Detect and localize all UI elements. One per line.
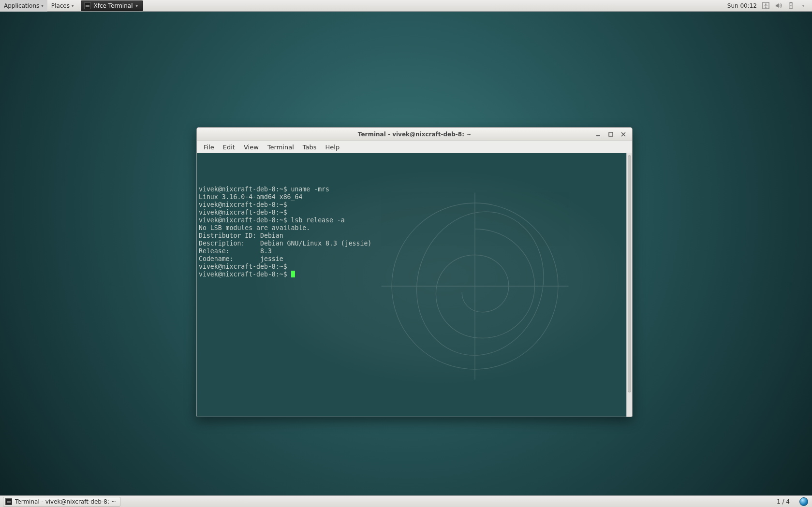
applications-menu[interactable]: Applications ▾ xyxy=(0,0,47,12)
terminal-line: vivek@nixcraft-deb-8:~$ xyxy=(199,263,624,271)
show-desktop-button[interactable] xyxy=(799,497,808,506)
svg-point-1 xyxy=(765,3,767,5)
battery-icon[interactable] xyxy=(787,2,795,10)
terminal-output[interactable]: vivek@nixcraft-deb-8:~$ uname -mrsLinux … xyxy=(197,153,626,417)
shutdown-menu-icon[interactable]: ▾ xyxy=(799,2,807,10)
chevron-down-icon: ▾ xyxy=(72,3,74,8)
menu-file[interactable]: File xyxy=(200,143,218,152)
terminal-line: vivek@nixcraft-deb-8:~$ lsb_release -a xyxy=(199,217,624,224)
active-app-menu[interactable]: Xfce Terminal ▾ xyxy=(81,0,143,11)
terminal-line: vivek@nixcraft-deb-8:~$ uname -mrs xyxy=(199,186,624,193)
bottom-panel: Terminal - vivek@nixcraft-deb-8: ~ 1 / 4 xyxy=(0,495,812,507)
terminal-line: vivek@nixcraft-deb-8:~$ xyxy=(199,209,624,217)
applications-label: Applications xyxy=(4,2,39,9)
places-menu[interactable]: Places ▾ xyxy=(47,0,78,12)
chevron-down-icon: ▾ xyxy=(135,3,138,8)
chevron-down-icon: ▾ xyxy=(41,3,44,8)
window-titlebar[interactable]: Terminal - vivek@nixcraft-deb-8: ~ xyxy=(197,128,632,141)
terminal-line: Linux 3.16.0-4-amd64 x86_64 xyxy=(199,193,624,201)
taskbar-item-terminal[interactable]: Terminal - vivek@nixcraft-deb-8: ~ xyxy=(3,497,120,507)
terminal-line: vivek@nixcraft-deb-8:~$ xyxy=(199,271,624,278)
menu-help[interactable]: Help xyxy=(322,143,344,152)
minimize-button[interactable] xyxy=(592,130,604,139)
terminal-icon xyxy=(5,498,12,505)
terminal-scrollbar[interactable] xyxy=(626,153,632,417)
menu-terminal[interactable]: Terminal xyxy=(264,143,298,152)
accessibility-icon[interactable] xyxy=(762,2,769,10)
menu-tabs[interactable]: Tabs xyxy=(299,143,321,152)
terminal-line: Description: Debian GNU/Linux 8.3 (jessi… xyxy=(199,240,624,247)
close-button[interactable] xyxy=(618,130,629,139)
terminal-area: vivek@nixcraft-deb-8:~$ uname -mrsLinux … xyxy=(197,153,632,417)
svg-rect-5 xyxy=(609,132,613,136)
desktop[interactable]: Terminal - vivek@nixcraft-deb-8: ~ File … xyxy=(0,12,812,495)
system-tray: Sun 00:12 ▾ xyxy=(723,2,812,10)
svg-rect-3 xyxy=(790,2,792,3)
active-app-label: Xfce Terminal xyxy=(94,2,133,9)
terminal-line: Release: 8.3 xyxy=(199,247,624,255)
terminal-line: Codename: jessie xyxy=(199,255,624,263)
svg-rect-4 xyxy=(596,135,600,136)
menu-edit[interactable]: Edit xyxy=(219,143,239,152)
terminal-line: Distributor ID: Debian xyxy=(199,232,624,240)
terminal-line: vivek@nixcraft-deb-8:~$ xyxy=(199,201,624,209)
top-panel: Applications ▾ Places ▾ Xfce Terminal ▾ … xyxy=(0,0,812,12)
terminal-line: No LSB modules are available. xyxy=(199,224,624,232)
terminal-menubar: File Edit View Terminal Tabs Help xyxy=(197,141,632,153)
places-label: Places xyxy=(51,2,70,9)
terminal-window: Terminal - vivek@nixcraft-deb-8: ~ File … xyxy=(196,127,633,417)
taskbar-item-label: Terminal - vivek@nixcraft-deb-8: ~ xyxy=(15,498,116,505)
workspace-indicator[interactable]: 1 / 4 xyxy=(771,498,796,505)
volume-icon[interactable] xyxy=(774,2,782,10)
scrollbar-thumb[interactable] xyxy=(628,155,631,392)
window-title: Terminal - vivek@nixcraft-deb-8: ~ xyxy=(197,131,632,138)
menu-view[interactable]: View xyxy=(240,143,263,152)
window-controls xyxy=(592,130,632,139)
terminal-icon xyxy=(84,2,91,9)
clock[interactable]: Sun 00:12 xyxy=(727,2,757,9)
maximize-button[interactable] xyxy=(605,130,617,139)
terminal-cursor xyxy=(291,271,295,277)
